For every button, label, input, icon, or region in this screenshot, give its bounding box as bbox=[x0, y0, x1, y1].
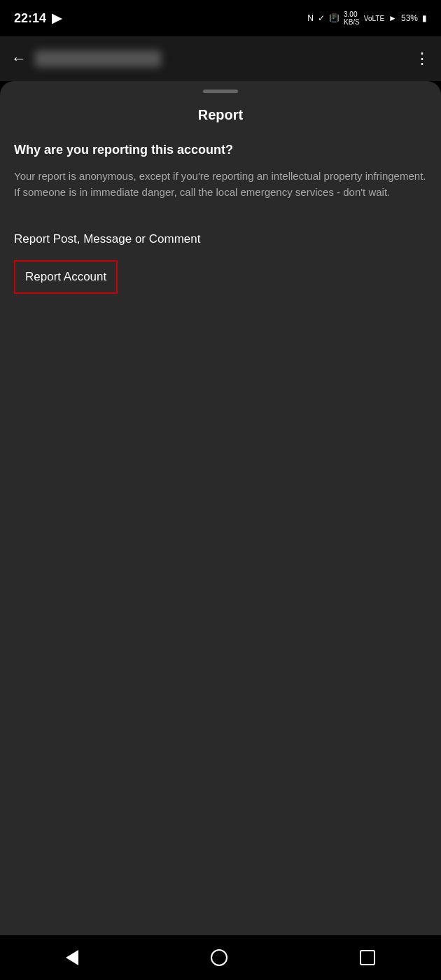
sheet-title: Report bbox=[0, 107, 441, 123]
battery-icon: ▮ bbox=[422, 13, 427, 23]
time-display: 22:14 bbox=[14, 11, 46, 26]
report-description: Your report is anonymous, except if you'… bbox=[14, 169, 427, 200]
nav-recents-button[interactable] bbox=[360, 950, 375, 965]
report-bottom-sheet: Report Why are you reporting this accoun… bbox=[0, 81, 441, 935]
lte-icon: VoLTE bbox=[364, 15, 384, 22]
more-options-button[interactable]: ⋮ bbox=[414, 50, 430, 68]
sheet-content: Why are you reporting this account? Your… bbox=[0, 143, 441, 294]
nfc-icon: N bbox=[307, 13, 314, 23]
report-question: Why are you reporting this account? bbox=[14, 143, 427, 157]
report-post-option[interactable]: Report Post, Message or Comment bbox=[14, 222, 427, 256]
navigation-bar bbox=[0, 935, 441, 980]
back-button[interactable]: ← bbox=[11, 50, 27, 68]
status-icons: N ✓ 📳 3.00KB/S VoLTE ► 53% ▮ bbox=[307, 10, 427, 26]
status-time: 22:14 ▶ bbox=[14, 10, 62, 26]
location-icon: ▶ bbox=[52, 10, 62, 26]
vibrate-icon: 📳 bbox=[329, 13, 340, 23]
nav-back-button[interactable] bbox=[66, 950, 78, 965]
nav-home-button[interactable] bbox=[211, 949, 227, 966]
app-bar: ← ⋮ bbox=[0, 36, 441, 81]
status-bar: 22:14 ▶ N ✓ 📳 3.00KB/S VoLTE ► 53% ▮ bbox=[0, 0, 441, 36]
sheet-drag-handle bbox=[203, 90, 238, 93]
battery-text: 53% bbox=[401, 13, 418, 23]
app-bar-left: ← bbox=[11, 50, 161, 68]
bluetooth-icon: ✓ bbox=[318, 13, 325, 23]
back-triangle-icon bbox=[66, 950, 78, 965]
network-speed-icon: 3.00KB/S bbox=[344, 10, 360, 26]
report-account-option[interactable]: Report Account bbox=[14, 260, 118, 294]
profile-name-blurred bbox=[35, 50, 161, 67]
signal-icon: ► bbox=[388, 13, 397, 23]
recents-square-icon bbox=[360, 950, 375, 965]
home-circle-icon bbox=[211, 949, 227, 966]
